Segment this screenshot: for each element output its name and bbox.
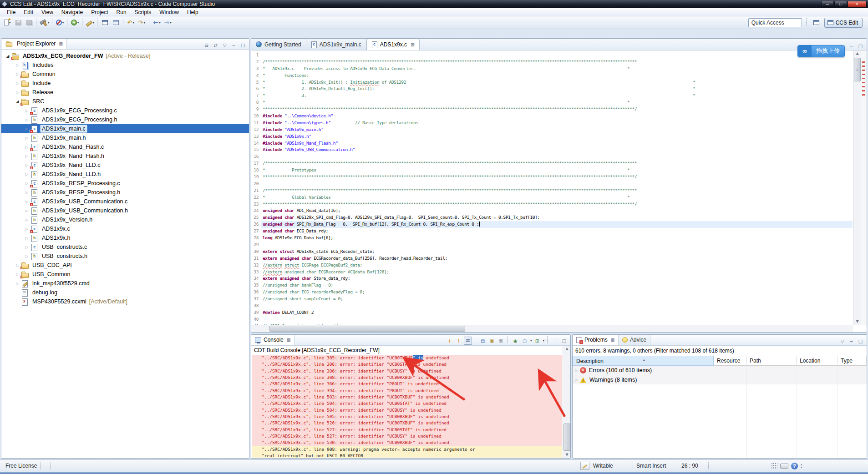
new-target-configuration-button[interactable]: ▾ (70, 17, 81, 28)
expander-icon[interactable]: ▷ (14, 282, 21, 286)
tree-item[interactable]: ▷ADS1x9x_Nand_Flash.h (1, 151, 249, 161)
menu-file[interactable]: File (3, 8, 20, 16)
console-line[interactable]: "../SRC/ADS1x9x.c", line 305: error: ide… (252, 355, 562, 361)
drag-upload-button[interactable]: ∞ 拖拽上传 (797, 45, 845, 57)
dropdown-icon[interactable]: ▾ (530, 339, 532, 343)
dropdown-icon[interactable]: ▾ (170, 21, 172, 25)
prev-error-icon[interactable]: ↑ (455, 337, 462, 345)
tree-item[interactable]: debug.log (1, 288, 249, 297)
scrollbar-thumb[interactable] (269, 326, 465, 332)
console-line[interactable]: "../SRC/ADS1x9x.c", line 526: error: ide… (252, 420, 562, 426)
close-icon[interactable]: ⊠ (59, 41, 62, 46)
console-line[interactable]: "../SRC/ADS1x9x.c", line 394: error: ide… (252, 388, 562, 394)
problems-group-row[interactable]: ▷×Errors (100 of 610 items) (573, 366, 867, 375)
expander-icon[interactable]: ▷ (23, 218, 30, 222)
expander-icon[interactable]: ▷ (14, 81, 21, 86)
expander-icon[interactable]: ▷ (573, 368, 580, 373)
column-header-type[interactable]: Type (838, 356, 867, 366)
undo-button[interactable]: ▾ (126, 17, 137, 28)
dropdown-icon[interactable]: ▾ (93, 21, 95, 25)
scroll-up-icon[interactable]: ▲ (854, 50, 861, 57)
tree-item[interactable]: ▷USB_constructs.h (1, 252, 249, 261)
code-editor[interactable]: 12/*************************************… (251, 50, 853, 325)
overview-ruler[interactable] (861, 50, 867, 325)
redo-button[interactable]: ▾ (137, 17, 147, 28)
tree-item[interactable]: ▷xADS1x9x_USB_Communication.c (1, 197, 249, 206)
maximize-button[interactable]: □ (834, 1, 847, 7)
expander-icon[interactable]: ▷ (14, 91, 21, 95)
menu-run[interactable]: Run (112, 8, 131, 16)
console-line[interactable]: "../SRC/ADS1x9x.c", line 504: error: ide… (252, 407, 562, 413)
tree-item[interactable]: ▷xUSB_CDC_API (1, 261, 249, 270)
tab-getting-started[interactable]: Getting Started (251, 39, 306, 50)
close-icon[interactable]: ⊠ (287, 338, 290, 343)
menu-scripts[interactable]: Scripts (131, 8, 156, 16)
expander-icon[interactable]: ▷ (14, 63, 21, 67)
tab-console[interactable]: Console ⊠ (251, 334, 294, 345)
tree-item[interactable]: ▷xADS1x9x_ECG_Processing.c (1, 106, 249, 115)
expander-icon[interactable]: ▷ (23, 154, 30, 158)
console-line[interactable]: "../SRC/ADS1x9x.c", line 308: error: ide… (252, 374, 562, 381)
dropdown-icon[interactable]: ▾ (48, 21, 50, 25)
next-error-icon[interactable]: ↓ (446, 337, 453, 345)
console-line[interactable]: "../SRC/ADS1x9x.c", line 530: error: ide… (252, 439, 562, 446)
expander-icon[interactable]: ▷ (23, 118, 30, 122)
menu-project[interactable]: Project (87, 8, 112, 16)
debug-button[interactable]: ▾ (55, 17, 66, 28)
console-line[interactable]: "../SRC/ADS1x9x.c", line 306: error: ide… (252, 368, 562, 374)
close-button[interactable]: × (848, 1, 867, 7)
tab-project-explorer[interactable]: Project Explorer ⊠ (1, 38, 67, 49)
scroll-down-icon[interactable]: ▼ (854, 318, 861, 325)
expander-icon[interactable]: ▷ (23, 172, 30, 176)
expander-icon[interactable]: ▷ (23, 191, 30, 195)
console-line[interactable]: "../SRC/ADS1x9x.c", line 503: error: ide… (252, 394, 562, 400)
tree-item[interactable]: ▷ADS1x9x.h (1, 233, 249, 242)
console-line[interactable]: "../SRC/ADS1x9x.c", line 505: error: ide… (252, 413, 562, 420)
minimize-button[interactable]: ─ (821, 1, 834, 7)
scroll-up-icon[interactable]: ▲ (563, 346, 570, 352)
tree-item[interactable]: ▷xADS1x9x_Nand_Flash.c (1, 142, 249, 151)
forward-button[interactable]: ▾ (162, 17, 173, 28)
maximize-icon[interactable]: □ (857, 42, 864, 50)
console-line[interactable]: "../SRC/ADS1x9x.c", line 527: error: ide… (252, 433, 562, 439)
dropdown-icon[interactable]: ▾ (62, 21, 64, 25)
tree-item[interactable]: ▷USB_constructs.c (1, 242, 249, 252)
expander-icon[interactable]: ▷ (23, 136, 30, 140)
minimize-icon[interactable]: ─ (848, 42, 855, 50)
minimize-icon[interactable]: ─ (230, 41, 238, 49)
tab-ads1x9x-main-c[interactable]: ADS1x9x_main.c (306, 39, 366, 50)
keyboard-icon[interactable] (780, 464, 788, 469)
scroll-lock-icon[interactable]: ▣ (488, 337, 496, 345)
tree-item[interactable]: ▷ADS1x9x_Nand_LLD.h (1, 170, 249, 179)
menu-window[interactable]: Window (155, 8, 183, 16)
console-vertical-scrollbar[interactable]: ▲ ▼ (563, 346, 570, 458)
tree-item[interactable]: ▷xCommon (1, 70, 249, 79)
help-icon[interactable]: ? (791, 463, 798, 469)
menu-help[interactable]: Help (183, 8, 203, 16)
view-menu-icon[interactable]: ▽ (838, 338, 846, 345)
tree-item[interactable]: ▷ADS1x9x_USB_Communication.h (1, 206, 249, 215)
grid-icon[interactable] (771, 463, 777, 469)
close-icon[interactable]: ⊠ (611, 338, 614, 343)
pin-button[interactable]: ▾ (85, 17, 96, 28)
open-display-view-button[interactable] (111, 17, 122, 28)
column-header-description[interactable]: Description (573, 356, 714, 366)
console-line[interactable]: "../SRC/ADS1x9x.c", line 527: error: ide… (252, 427, 562, 433)
tree-item[interactable]: ◢xADS1x9x_ECG_Recorder_FW [Active - Rele… (1, 51, 249, 61)
tab-ads1x9x-c[interactable]: ADS1x9x.c⊠ (366, 39, 420, 50)
pin-console-icon[interactable]: ◉ (512, 337, 519, 345)
dropdown-icon[interactable]: ▾ (543, 339, 544, 343)
tree-item[interactable]: ▷Includes (1, 61, 249, 70)
tree-item[interactable]: ▷Include (1, 79, 249, 88)
column-header-resource[interactable]: Resource (714, 356, 746, 366)
editor-horizontal-scrollbar[interactable] (251, 325, 853, 332)
dropdown-icon[interactable]: ▾ (144, 21, 146, 25)
close-icon[interactable]: ⊠ (411, 42, 414, 47)
dropdown-icon[interactable]: ▾ (77, 21, 79, 25)
copy-build-log-icon[interactable]: ▤ (479, 337, 487, 345)
clear-console-icon[interactable]: ⊠ (497, 337, 505, 345)
open-perspective-button[interactable] (812, 18, 822, 28)
maximize-icon[interactable]: □ (239, 41, 247, 49)
menu-navigate[interactable]: Navigate (57, 8, 87, 16)
expander-icon[interactable]: ▷ (573, 378, 580, 382)
